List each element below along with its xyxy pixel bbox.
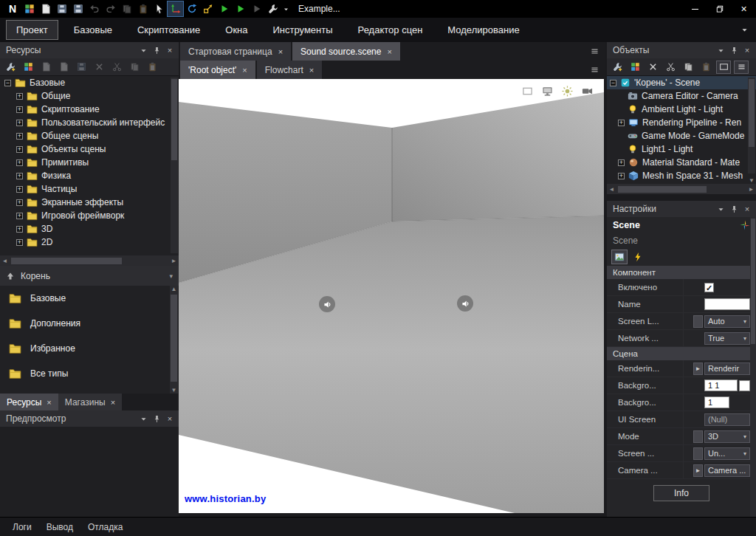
tree-item[interactable]: +2D: [0, 236, 179, 249]
status-tab-debug[interactable]: Отладка: [81, 519, 129, 535]
tree-item[interactable]: +Примитивы: [0, 156, 179, 169]
tree-item[interactable]: −Базовые: [0, 76, 179, 89]
view-mode-icon[interactable]: [716, 61, 731, 74]
close-tab-icon[interactable]: ×: [111, 398, 115, 407]
cut-object-icon[interactable]: [663, 61, 678, 74]
expand-icon[interactable]: +: [16, 159, 23, 166]
menu-project[interactable]: Проект: [6, 20, 58, 40]
sound-source-gizmo[interactable]: [319, 296, 335, 312]
redo-icon[interactable]: [103, 1, 118, 16]
tree-vertical-scrollbar[interactable]: [171, 78, 178, 253]
tree-item[interactable]: +Rendering Pipeline - Ren: [607, 116, 756, 129]
paste-icon[interactable]: [135, 1, 151, 16]
build-tools-icon[interactable]: [265, 1, 281, 16]
background-color-value[interactable]: 1 1: [704, 379, 738, 391]
pin-icon[interactable]: [727, 44, 740, 56]
copy-object-icon[interactable]: [681, 61, 695, 74]
menu-modeling[interactable]: Моделирование: [438, 21, 529, 39]
paste-object-icon[interactable]: [698, 61, 713, 74]
list-item[interactable]: Базовые: [0, 286, 179, 311]
move-tool-icon[interactable]: [168, 1, 183, 16]
pin-icon[interactable]: [150, 44, 163, 56]
background-mult-value[interactable]: 1: [704, 396, 729, 408]
close-tab-icon[interactable]: ×: [47, 398, 51, 407]
tree-item[interactable]: Ambient Light - Light: [607, 103, 756, 116]
expand-property-icon[interactable]: ►: [693, 363, 703, 375]
copy-resource-icon[interactable]: [127, 61, 142, 74]
expand-icon[interactable]: +: [16, 133, 23, 140]
rendering-pipeline-ref[interactable]: Renderir: [704, 363, 750, 375]
properties-tab-icon[interactable]: [611, 250, 628, 264]
tab-root-object[interactable]: 'Root object'×: [180, 61, 255, 79]
scroll-up-icon[interactable]: ▲: [170, 286, 178, 292]
up-level-icon[interactable]: [6, 272, 15, 281]
close-panel-icon[interactable]: ×: [163, 44, 176, 56]
tab-start-page[interactable]: Стартовая страница×: [180, 42, 291, 61]
cut-icon[interactable]: [109, 61, 124, 74]
scroll-right-icon[interactable]: ►: [746, 184, 756, 194]
tree-item[interactable]: +Mesh in Space 31 - Mesh: [607, 169, 756, 182]
new-resource-icon[interactable]: [21, 1, 37, 16]
panel-menu-icon[interactable]: [137, 44, 150, 56]
save-all-icon[interactable]: [70, 1, 86, 16]
list-item[interactable]: Избранное: [0, 336, 179, 361]
panel-menu-icon[interactable]: [714, 203, 727, 215]
delete-icon[interactable]: [92, 61, 106, 74]
scroll-down-icon[interactable]: ▼: [170, 387, 178, 394]
expand-icon[interactable]: +: [16, 186, 23, 193]
scroll-left-icon[interactable]: ◄: [607, 184, 616, 194]
expand-icon[interactable]: +: [16, 93, 23, 100]
scale-tool-icon[interactable]: [200, 1, 216, 16]
tree-horizontal-scrollbar[interactable]: ◄ ►: [0, 255, 179, 266]
undo-icon[interactable]: [86, 1, 102, 16]
toolbar-dropdown-icon[interactable]: [281, 1, 290, 16]
tree-item[interactable]: Light1 - Light: [607, 142, 756, 156]
close-button[interactable]: ×: [732, 0, 756, 18]
collapse-icon[interactable]: −: [610, 80, 616, 86]
delete-object-icon[interactable]: [645, 61, 660, 74]
camera-icon[interactable]: [580, 85, 594, 97]
list-item[interactable]: Все типы: [0, 361, 179, 386]
close-tab-icon[interactable]: ×: [242, 66, 247, 75]
camera-ref[interactable]: Camera ...: [704, 464, 750, 477]
tree-item[interactable]: +Физика: [0, 169, 179, 182]
tree-item[interactable]: +Пользовательский интерфейс: [0, 116, 179, 129]
run-disabled-icon[interactable]: [249, 1, 264, 16]
close-panel-icon[interactable]: ×: [740, 44, 754, 56]
property-stub-button[interactable]: [693, 430, 703, 443]
ui-screen-ref[interactable]: (Null): [704, 413, 750, 426]
tree-item[interactable]: +3D: [0, 222, 179, 236]
scroll-left-icon[interactable]: ◄: [0, 255, 10, 266]
pin-icon[interactable]: [150, 413, 163, 425]
new-file-icon[interactable]: [38, 1, 53, 16]
menu-basic[interactable]: Базовые: [64, 21, 122, 39]
save-icon[interactable]: [54, 1, 69, 16]
tab-flowchart[interactable]: Flowchart×: [257, 61, 322, 79]
property-stub-button[interactable]: [693, 315, 703, 328]
expand-property-icon[interactable]: ►: [693, 464, 703, 477]
close-tab-icon[interactable]: ×: [387, 47, 391, 56]
tree-item[interactable]: Game Mode - GameMode: [607, 129, 756, 142]
tree-item[interactable]: +Частицы: [0, 182, 179, 196]
menu-scripting[interactable]: Скриптование: [128, 21, 210, 39]
objects-vertical-scrollbar[interactable]: [748, 78, 755, 173]
tree-item[interactable]: +Скриптование: [0, 103, 179, 116]
scroll-down-icon[interactable]: ▼: [749, 177, 755, 184]
close-panel-icon[interactable]: ×: [740, 203, 754, 215]
expand-icon[interactable]: +: [618, 173, 625, 179]
panel-menu-icon[interactable]: [714, 44, 727, 56]
expand-icon[interactable]: +: [16, 239, 23, 246]
collapse-icon[interactable]: −: [4, 80, 11, 86]
tree-item[interactable]: +Общие: [0, 89, 179, 103]
enabled-checkbox[interactable]: ✓: [704, 283, 714, 292]
close-panel-icon[interactable]: ×: [163, 413, 176, 425]
copy-icon[interactable]: [119, 1, 134, 16]
object-settings-icon[interactable]: [610, 61, 625, 74]
tab-sound-source-scene[interactable]: Sound source.scene×: [292, 42, 400, 61]
new-doc-icon[interactable]: [38, 61, 53, 74]
status-tab-logs[interactable]: Логи: [6, 519, 38, 535]
name-input[interactable]: [704, 298, 750, 310]
tab-list-icon[interactable]: [590, 65, 599, 75]
tab-resources[interactable]: Ресурсы×: [0, 394, 58, 410]
status-tab-output[interactable]: Вывод: [40, 519, 80, 535]
